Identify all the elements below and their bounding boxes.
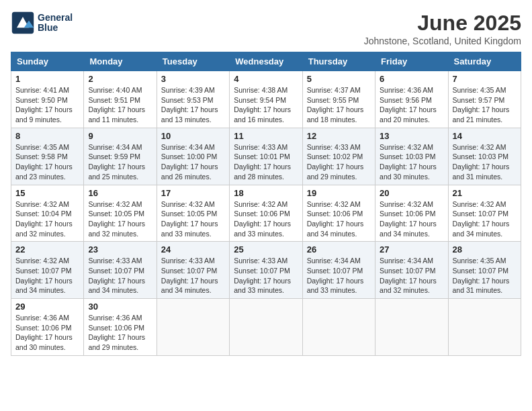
day-number: 2	[88, 74, 152, 84]
day-number: 1	[15, 74, 79, 84]
calendar-cell: 4Sunrise: 4:38 AM Sunset: 9:54 PM Daylig…	[230, 71, 302, 128]
day-number: 26	[307, 244, 371, 255]
calendar-week-2: 8Sunrise: 4:35 AM Sunset: 9:58 PM Daylig…	[11, 128, 521, 185]
day-number: 14	[453, 131, 517, 141]
day-info: Sunrise: 4:32 AM Sunset: 10:05 PM Daylig…	[88, 199, 152, 239]
calendar-week-3: 15Sunrise: 4:32 AM Sunset: 10:04 PM Dayl…	[11, 185, 521, 242]
calendar-cell: 22Sunrise: 4:32 AM Sunset: 10:07 PM Dayl…	[11, 242, 84, 299]
month-title: June 2025	[364, 11, 521, 36]
day-number: 5	[307, 74, 371, 84]
day-number: 25	[234, 244, 298, 255]
weekday-header-friday: Friday	[375, 52, 448, 71]
calendar-cell: 9Sunrise: 4:34 AM Sunset: 9:59 PM Daylig…	[84, 128, 157, 185]
calendar-cell: 28Sunrise: 4:35 AM Sunset: 10:07 PM Dayl…	[448, 242, 521, 299]
day-info: Sunrise: 4:32 AM Sunset: 10:07 PM Daylig…	[453, 199, 517, 239]
calendar-cell: 13Sunrise: 4:32 AM Sunset: 10:03 PM Dayl…	[375, 128, 448, 185]
day-info: Sunrise: 4:36 AM Sunset: 10:06 PM Daylig…	[88, 313, 152, 353]
day-info: Sunrise: 4:39 AM Sunset: 9:53 PM Dayligh…	[161, 85, 225, 125]
weekday-header-wednesday: Wednesday	[230, 52, 302, 71]
calendar-cell	[375, 299, 448, 356]
calendar-cell	[302, 299, 375, 356]
day-number: 29	[15, 302, 79, 312]
calendar-cell	[448, 299, 521, 356]
day-number: 18	[234, 188, 298, 198]
calendar-cell: 26Sunrise: 4:34 AM Sunset: 10:07 PM Dayl…	[302, 242, 375, 299]
day-number: 4	[234, 74, 298, 84]
day-info: Sunrise: 4:32 AM Sunset: 10:06 PM Daylig…	[307, 199, 371, 239]
weekday-header-saturday: Saturday	[448, 52, 521, 71]
calendar-cell: 3Sunrise: 4:39 AM Sunset: 9:53 PM Daylig…	[157, 71, 229, 128]
day-number: 8	[15, 131, 79, 141]
day-number: 27	[380, 244, 443, 255]
logo-line1: General	[38, 13, 73, 23]
day-info: Sunrise: 4:36 AM Sunset: 10:06 PM Daylig…	[15, 313, 79, 353]
calendar: SundayMondayTuesdayWednesdayThursdayFrid…	[11, 52, 521, 356]
logo-text: General Blue	[38, 13, 73, 34]
day-info: Sunrise: 4:35 AM Sunset: 10:07 PM Daylig…	[453, 256, 517, 295]
day-number: 6	[380, 74, 443, 84]
day-info: Sunrise: 4:41 AM Sunset: 9:50 PM Dayligh…	[15, 85, 79, 125]
day-number: 3	[161, 74, 225, 84]
calendar-cell	[230, 299, 302, 356]
day-number: 17	[161, 188, 225, 198]
location: Johnstone, Scotland, United Kingdom	[364, 36, 521, 46]
calendar-cell: 7Sunrise: 4:35 AM Sunset: 9:57 PM Daylig…	[448, 71, 521, 128]
calendar-cell: 19Sunrise: 4:32 AM Sunset: 10:06 PM Dayl…	[302, 185, 375, 242]
day-number: 20	[380, 188, 443, 198]
day-number: 30	[88, 302, 152, 312]
day-info: Sunrise: 4:34 AM Sunset: 10:00 PM Daylig…	[161, 142, 225, 182]
weekday-header-sunday: Sunday	[11, 52, 84, 71]
day-info: Sunrise: 4:34 AM Sunset: 9:59 PM Dayligh…	[88, 142, 152, 182]
weekday-header-thursday: Thursday	[302, 52, 375, 71]
day-info: Sunrise: 4:32 AM Sunset: 10:04 PM Daylig…	[15, 199, 79, 239]
day-info: Sunrise: 4:32 AM Sunset: 10:06 PM Daylig…	[380, 199, 443, 239]
header: General Blue June 2025 Johnstone, Scotla…	[11, 11, 521, 46]
logo-icon	[11, 11, 35, 35]
day-info: Sunrise: 4:36 AM Sunset: 9:56 PM Dayligh…	[380, 85, 443, 125]
calendar-cell: 11Sunrise: 4:33 AM Sunset: 10:01 PM Dayl…	[230, 128, 302, 185]
day-info: Sunrise: 4:33 AM Sunset: 10:07 PM Daylig…	[88, 256, 152, 295]
calendar-cell: 15Sunrise: 4:32 AM Sunset: 10:04 PM Dayl…	[11, 185, 84, 242]
day-number: 13	[380, 131, 443, 141]
day-info: Sunrise: 4:33 AM Sunset: 10:01 PM Daylig…	[234, 142, 298, 182]
calendar-week-5: 29Sunrise: 4:36 AM Sunset: 10:06 PM Dayl…	[11, 299, 521, 356]
calendar-cell: 20Sunrise: 4:32 AM Sunset: 10:06 PM Dayl…	[375, 185, 448, 242]
day-number: 22	[15, 244, 79, 255]
day-number: 15	[15, 188, 79, 198]
day-number: 10	[161, 131, 225, 141]
day-info: Sunrise: 4:32 AM Sunset: 10:07 PM Daylig…	[15, 256, 79, 295]
calendar-body: 1Sunrise: 4:41 AM Sunset: 9:50 PM Daylig…	[11, 71, 521, 356]
day-info: Sunrise: 4:34 AM Sunset: 10:07 PM Daylig…	[307, 256, 371, 295]
day-info: Sunrise: 4:32 AM Sunset: 10:05 PM Daylig…	[161, 199, 225, 239]
calendar-cell: 18Sunrise: 4:32 AM Sunset: 10:06 PM Dayl…	[230, 185, 302, 242]
calendar-cell: 1Sunrise: 4:41 AM Sunset: 9:50 PM Daylig…	[11, 71, 84, 128]
calendar-week-4: 22Sunrise: 4:32 AM Sunset: 10:07 PM Dayl…	[11, 242, 521, 299]
day-number: 12	[307, 131, 371, 141]
weekday-header: SundayMondayTuesdayWednesdayThursdayFrid…	[11, 52, 521, 71]
day-info: Sunrise: 4:37 AM Sunset: 9:55 PM Dayligh…	[307, 85, 371, 125]
calendar-cell: 2Sunrise: 4:40 AM Sunset: 9:51 PM Daylig…	[84, 71, 157, 128]
calendar-week-1: 1Sunrise: 4:41 AM Sunset: 9:50 PM Daylig…	[11, 71, 521, 128]
calendar-cell: 14Sunrise: 4:32 AM Sunset: 10:03 PM Dayl…	[448, 128, 521, 185]
calendar-cell: 29Sunrise: 4:36 AM Sunset: 10:06 PM Dayl…	[11, 299, 84, 356]
day-number: 28	[453, 244, 517, 255]
title-area: June 2025 Johnstone, Scotland, United Ki…	[364, 11, 521, 46]
day-info: Sunrise: 4:34 AM Sunset: 10:07 PM Daylig…	[380, 256, 443, 295]
calendar-cell: 10Sunrise: 4:34 AM Sunset: 10:00 PM Dayl…	[157, 128, 229, 185]
day-info: Sunrise: 4:35 AM Sunset: 9:58 PM Dayligh…	[15, 142, 79, 182]
day-info: Sunrise: 4:32 AM Sunset: 10:03 PM Daylig…	[380, 142, 443, 182]
day-info: Sunrise: 4:40 AM Sunset: 9:51 PM Dayligh…	[88, 85, 152, 125]
day-info: Sunrise: 4:38 AM Sunset: 9:54 PM Dayligh…	[234, 85, 298, 125]
day-info: Sunrise: 4:33 AM Sunset: 10:07 PM Daylig…	[234, 256, 298, 295]
calendar-cell: 30Sunrise: 4:36 AM Sunset: 10:06 PM Dayl…	[84, 299, 157, 356]
calendar-cell: 12Sunrise: 4:33 AM Sunset: 10:02 PM Dayl…	[302, 128, 375, 185]
calendar-cell: 23Sunrise: 4:33 AM Sunset: 10:07 PM Dayl…	[84, 242, 157, 299]
day-info: Sunrise: 4:35 AM Sunset: 9:57 PM Dayligh…	[453, 85, 517, 125]
calendar-cell: 25Sunrise: 4:33 AM Sunset: 10:07 PM Dayl…	[230, 242, 302, 299]
day-info: Sunrise: 4:32 AM Sunset: 10:06 PM Daylig…	[234, 199, 298, 239]
calendar-cell	[157, 299, 229, 356]
weekday-header-tuesday: Tuesday	[157, 52, 229, 71]
day-number: 23	[88, 244, 152, 255]
day-info: Sunrise: 4:33 AM Sunset: 10:07 PM Daylig…	[161, 256, 225, 295]
day-number: 21	[453, 188, 517, 198]
